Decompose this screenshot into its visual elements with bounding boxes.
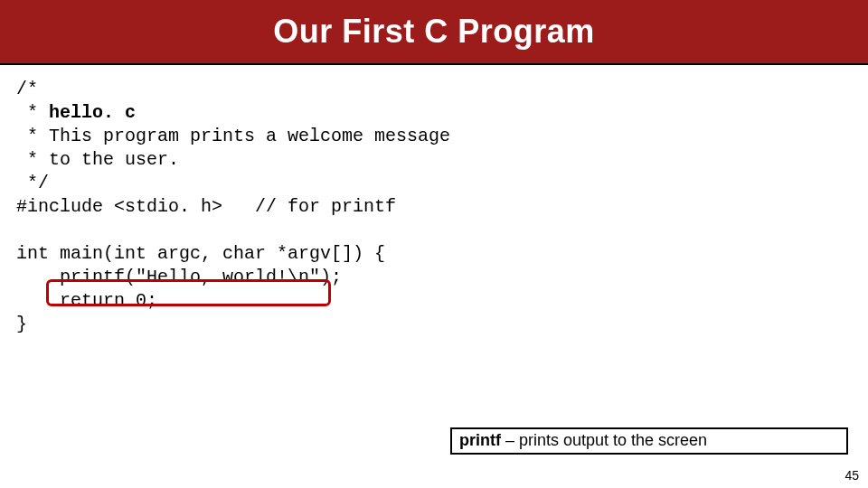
caption-text: – prints output to the screen (501, 431, 707, 449)
code-line: * to the user. (16, 149, 179, 170)
caption-keyword: printf (459, 431, 501, 449)
code-filename: hello. c (49, 102, 136, 123)
code-line: */ (16, 173, 49, 193)
code-line: * hello. c (16, 102, 136, 123)
slide-title: Our First C Program (0, 0, 868, 65)
code-line: int main(int argc, char *argv[]) { (16, 243, 385, 264)
slide-container: Our First C Program /* * hello. c * This… (0, 0, 868, 488)
code-line: * This program prints a welcome message (16, 126, 450, 146)
code-block: /* * hello. c * This program prints a we… (0, 65, 868, 336)
caption-box: printf – prints output to the screen (450, 427, 848, 455)
code-line: /* (16, 79, 38, 99)
code-line: } (16, 314, 27, 334)
code-line: #include <stdio. h> // for printf (16, 196, 396, 217)
slide-number: 45 (844, 468, 859, 483)
code-line: printf("Hello, world!\n"); (16, 267, 342, 287)
code-line: return 0; (16, 290, 157, 311)
